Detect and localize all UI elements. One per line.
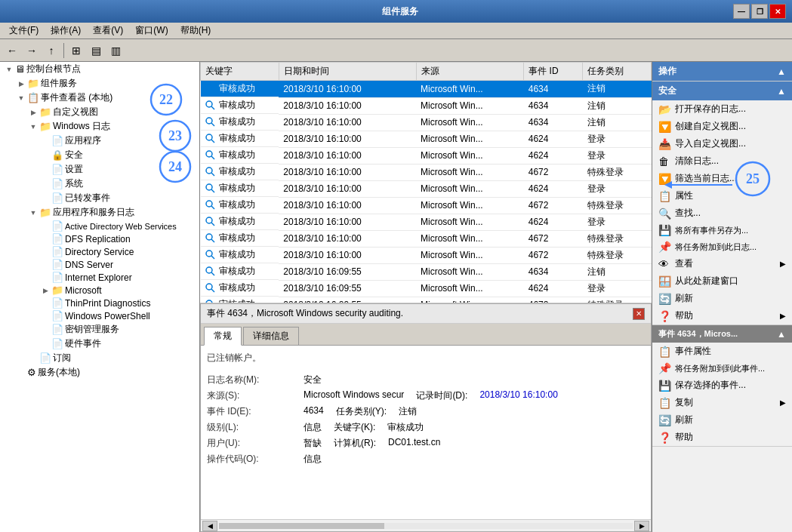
value-opcode: 信息	[304, 453, 645, 466]
scroll-left[interactable]: ◀	[202, 521, 217, 531]
action-attach-task-log[interactable]: 📌 将任务附加到此日志...	[652, 238, 792, 255]
cell-source: Microsoft Win...	[416, 197, 524, 214]
tree-item-local-services[interactable]: ▶ ⚙ 服务(本地)	[0, 365, 199, 380]
list-button[interactable]: ▤	[87, 42, 105, 60]
tree-item-app-service-logs[interactable]: ▼ 📁 应用程序和服务日志	[0, 205, 199, 220]
tree-item-microsoft[interactable]: ▶ 📁 Microsoft	[0, 284, 199, 297]
detail-scrollbar[interactable]: ◀ ▶	[201, 519, 651, 531]
tree-item-component-services[interactable]: ▶ 📁 组件服务	[0, 76, 199, 91]
action-copy[interactable]: 📋 复制 ▶	[652, 394, 792, 411]
tree-item-custom-views[interactable]: ▶ 📁 自定义视图	[0, 105, 199, 119]
action-save-all[interactable]: 💾 将所有事件另存为...	[652, 222, 792, 238]
detail-close-button[interactable]: ✕	[633, 308, 645, 320]
cell-source: Microsoft Win...	[416, 247, 524, 263]
tree-item-hardware-events[interactable]: ▶ 📄 硬件事件	[0, 337, 199, 351]
properties-button[interactable]: ▥	[106, 42, 125, 60]
expand-toggle[interactable]: ▼	[27, 123, 39, 131]
action-new-window[interactable]: 🪟 从此处新建窗口	[652, 272, 792, 290]
tree-item-forwarded[interactable]: ▶ 📄 已转发事件	[0, 191, 199, 205]
tab-general[interactable]: 常规	[204, 327, 242, 346]
forward-button[interactable]: →	[23, 42, 41, 60]
close-button[interactable]: ✕	[769, 4, 786, 19]
expand-toggle[interactable]: ▶	[39, 287, 51, 294]
event-table-row[interactable]: 审核成功2018/3/10 16:10:00Microsoft Win...46…	[201, 214, 652, 230]
action-create-custom-view[interactable]: 🔽 创建自定义视图...	[652, 118, 792, 135]
event-table-row[interactable]: 审核成功2018/3/10 16:10:00Microsoft Win...46…	[201, 97, 652, 114]
tree-item-powershell[interactable]: ▶ 📄 Windows PowerShell	[0, 309, 199, 322]
event-table-row[interactable]: 审核成功2018/3/10 16:10:00Microsoft Win...46…	[201, 180, 652, 197]
action-properties[interactable]: 📋 属性	[652, 187, 792, 204]
toolbar-separator	[63, 43, 64, 58]
tab-detail[interactable]: 详细信息	[243, 327, 299, 345]
expand-toggle[interactable]: ▼	[15, 94, 27, 102]
event-table-container[interactable]: 关键字 日期和时间 来源 事件 ID 任务类别 审核成功2018/3/10 16…	[200, 62, 652, 303]
cell-datetime: 2018/3/10 16:10:00	[279, 230, 416, 247]
window-title: 组件服务	[66, 5, 733, 18]
show-grid-button[interactable]: ⊞	[67, 42, 85, 60]
tree-item-event-viewer[interactable]: ▼ 📋 事件查看器 (本地)	[0, 91, 199, 105]
action-refresh[interactable]: 🔄 刷新	[652, 290, 792, 307]
scroll-thumb[interactable]	[219, 523, 384, 529]
tree-item-dfs-replication[interactable]: ▶ 📄 DFS Replication	[0, 232, 199, 245]
event-table-row[interactable]: 审核成功2018/3/10 16:09:55Microsoft Win...46…	[201, 280, 652, 297]
cell-task: 特殊登录	[583, 197, 652, 214]
event-table-row[interactable]: 审核成功2018/3/10 16:09:55Microsoft Win...46…	[201, 297, 652, 303]
tree-item-security[interactable]: ▶ 🔒 安全	[0, 148, 199, 162]
event-table-row[interactable]: 审核成功2018/3/10 16:09:55Microsoft Win...46…	[201, 263, 652, 280]
scroll-right[interactable]: ▶	[634, 521, 649, 531]
actions-collapse-icon[interactable]: ▲	[777, 66, 786, 77]
tree-item-setup[interactable]: ▶ 📄 设置	[0, 162, 199, 177]
event-table-row[interactable]: 审核成功2018/3/10 16:10:00Microsoft Win...46…	[201, 247, 652, 263]
menu-file[interactable]: 文件(F)	[3, 23, 45, 38]
col-eventid: 事件 ID	[524, 63, 583, 81]
event-table-row[interactable]: 审核成功2018/3/10 16:10:00Microsoft Win...46…	[201, 114, 652, 131]
action-attach-task-event[interactable]: 📌 将任务附加到到此事件...	[652, 360, 792, 377]
tree-item-dns-server[interactable]: ▶ 📄 DNS Server	[0, 258, 199, 271]
event-table-row[interactable]: 审核成功2018/3/10 16:10:00Microsoft Win...46…	[201, 197, 652, 214]
tree-item-system[interactable]: ▶ 📄 系统	[0, 177, 199, 191]
expand-toggle[interactable]: ▶	[15, 80, 27, 88]
cell-datetime: 2018/3/10 16:10:00	[279, 180, 416, 197]
action-filter-log[interactable]: 🔽 筛选当前日志...	[652, 170, 792, 187]
menu-help[interactable]: 帮助(H)	[174, 23, 217, 38]
event-table-row[interactable]: 审核成功2018/3/10 16:10:00Microsoft Win...46…	[201, 164, 652, 180]
cell-eventid: 4624	[524, 131, 583, 147]
back-button[interactable]: ←	[3, 42, 21, 60]
up-button[interactable]: ↑	[42, 42, 60, 60]
action-clear-log[interactable]: 🗑 清除日志...	[652, 152, 792, 170]
event-table-row[interactable]: 审核成功2018/3/10 16:10:00Microsoft Win...46…	[201, 147, 652, 164]
action-save-selected[interactable]: 💾 保存选择的事件...	[652, 377, 792, 394]
action-help[interactable]: ❓ 帮助 ▶	[652, 307, 792, 324]
action-view[interactable]: 👁 查看 ▶	[652, 255, 792, 272]
tree-item-ad-web-services[interactable]: ▶ 📄 Active Directory Web Services	[0, 220, 199, 232]
event-actions-collapse-icon[interactable]: ▲	[777, 329, 786, 340]
expand-toggle[interactable]: ▶	[27, 109, 39, 116]
svg-point-22	[206, 267, 212, 273]
security-collapse-icon[interactable]: ▲	[777, 86, 786, 97]
tree-item-windows-log[interactable]: ▼ 📁 Windows 日志	[0, 119, 199, 134]
action-find[interactable]: 🔍 查找...	[652, 204, 792, 222]
action-refresh-event[interactable]: 🔄 刷新	[652, 411, 792, 429]
tree-item-thinprint[interactable]: ▶ 📄 ThinPrint Diagnostics	[0, 297, 199, 309]
event-table-row[interactable]: 审核成功2018/3/10 16:10:00Microsoft Win...46…	[201, 230, 652, 247]
event-table-row[interactable]: 审核成功2018/3/10 16:10:00Microsoft Win...46…	[201, 131, 652, 147]
tree-item-console-root[interactable]: ▼ 🖥 控制台根节点	[0, 62, 199, 76]
tree-item-internet-explorer[interactable]: ▶ 📄 Internet Explorer	[0, 271, 199, 284]
menu-view[interactable]: 查看(V)	[87, 23, 129, 38]
menu-window[interactable]: 窗口(W)	[129, 23, 174, 38]
expand-toggle[interactable]: ▼	[3, 66, 15, 73]
action-help-event[interactable]: ❓ 帮助	[652, 429, 792, 446]
action-event-properties[interactable]: 📋 事件属性	[652, 343, 792, 360]
action-label: 从此处新建窗口	[675, 275, 738, 288]
tree-item-cert-services[interactable]: ▶ 📄 密钥管理服务	[0, 322, 199, 337]
action-import-custom-view[interactable]: 📥 导入自定义视图...	[652, 135, 792, 152]
menu-action[interactable]: 操作(A)	[45, 23, 87, 38]
tree-item-application[interactable]: ▶ 📄 应用程序	[0, 134, 199, 148]
tree-item-directory-service[interactable]: ▶ 📄 Directory Service	[0, 245, 199, 258]
minimize-button[interactable]: —	[733, 4, 750, 19]
expand-toggle[interactable]: ▼	[27, 209, 39, 217]
restore-button[interactable]: ❐	[751, 4, 768, 19]
event-table-row[interactable]: 审核成功2018/3/10 16:10:00Microsoft Win...46…	[201, 81, 652, 98]
action-open-saved-log[interactable]: 📂 打开保存的日志...	[652, 100, 792, 118]
tree-item-subscriptions[interactable]: ▶ 📄 订阅	[0, 351, 199, 365]
